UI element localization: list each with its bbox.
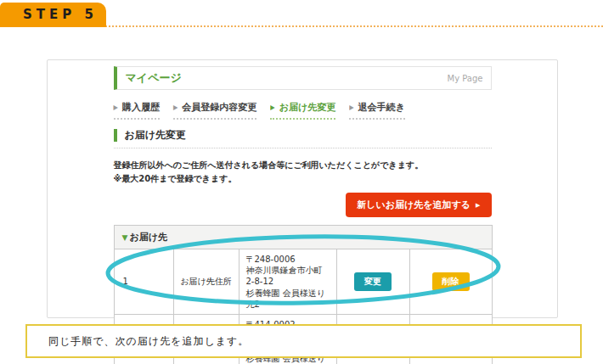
row-address: 〒248-0006 神奈川県鎌倉市小町2-8-12 杉養蜂園 会員様送り先2 bbox=[239, 249, 336, 315]
tab-purchase-history[interactable]: ▶ 購入履歴 bbox=[114, 101, 160, 120]
table-row: 1 お届け先住所 〒248-0006 神奈川県鎌倉市小町2-8-12 杉養蜂園 … bbox=[114, 249, 492, 315]
add-button-label: 新しいお届け先を追加する bbox=[357, 199, 471, 211]
street-address: 神奈川県鎌倉市小町2-8-12 bbox=[246, 265, 330, 287]
triangle-down-icon: ▼ bbox=[122, 233, 128, 242]
mypage-header: マイページ My Page bbox=[114, 66, 492, 90]
account-nav: ▶ 購入履歴 ▶ 会員登録内容変更 ▶ お届け先変更 ▶ 退会手続き bbox=[114, 101, 492, 120]
page-title: マイページ bbox=[117, 70, 448, 86]
mypage-card: マイページ My Page ▶ 購入履歴 ▶ 会員登録内容変更 ▶ お届け先変更… bbox=[47, 59, 558, 318]
step-banner: STEP 5 bbox=[0, 3, 106, 27]
caption-box: 同じ手順で、次の届け先を追加します。 bbox=[25, 324, 582, 358]
section-title-delivery-change: お届け先変更 bbox=[114, 129, 492, 148]
tab-member-info-change[interactable]: ▶ 会員登録内容変更 bbox=[173, 101, 256, 120]
arrow-right-icon: ▶ bbox=[270, 104, 274, 111]
table-header-label: お届け先 bbox=[129, 232, 167, 243]
caption-text: 同じ手順で、次の届け先を追加します。 bbox=[48, 334, 249, 349]
tab-label: 退会手続き bbox=[358, 101, 405, 114]
page-subtitle: My Page bbox=[448, 74, 491, 83]
tab-label: 購入履歴 bbox=[122, 101, 160, 114]
table-header-delivery: ▼お届け先 bbox=[114, 226, 492, 249]
arrow-right-icon: ▶ bbox=[173, 104, 178, 111]
arrow-right-icon: ▶ bbox=[349, 104, 353, 111]
row-number: 1 bbox=[114, 249, 173, 315]
change-button[interactable]: 変更 bbox=[354, 272, 392, 291]
section-description: 登録住所以外へのご住所へ送付される場合等にご利用いただくことができます。 ※最大… bbox=[114, 159, 492, 186]
delete-button[interactable]: 削除 bbox=[432, 272, 470, 291]
description-line-1: 登録住所以外へのご住所へ送付される場合等にご利用いただくことができます。 bbox=[114, 159, 492, 172]
row-type-label: お届け先住所 bbox=[173, 249, 239, 315]
arrow-right-icon: ▶ bbox=[114, 104, 118, 111]
tab-label: 会員登録内容変更 bbox=[182, 101, 256, 114]
add-delivery-address-button[interactable]: 新しいお届け先を追加する ▶ bbox=[346, 193, 491, 217]
recipient-name: 杉養蜂園 会員様送り先2 bbox=[246, 288, 330, 310]
tab-withdrawal[interactable]: ▶ 退会手続き bbox=[349, 101, 405, 120]
tab-delivery-address-change[interactable]: ▶ お届け先変更 bbox=[270, 101, 335, 120]
postal-code: 〒248-0006 bbox=[246, 254, 330, 265]
tab-label: お届け先変更 bbox=[279, 101, 336, 114]
step-banner-label: STEP 5 bbox=[23, 7, 98, 22]
arrow-right-icon: ▶ bbox=[476, 202, 480, 209]
description-line-2: ※最大20件まで登録できます。 bbox=[114, 172, 492, 186]
